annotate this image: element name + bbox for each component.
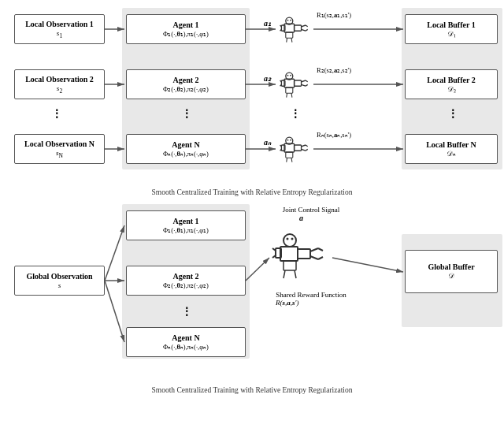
joint-signal-label: Joint Control Signal [272,206,350,214]
svg-line-32 [302,145,306,147]
bottom-agent-1-sub: Φ₁(·,θ₁),π₁(·,φ₁) [163,226,209,235]
svg-line-60 [318,257,323,259]
global-buffer-title: Global Buffer [428,262,474,272]
top-agent-1-title: Agent 1 [172,20,198,30]
svg-line-59 [318,248,323,251]
svg-rect-21 [281,80,285,86]
svg-line-18 [302,84,306,86]
top-agent-2: Agent 2 Φ₂(·,θ₂),π₂(·,φ₂) [126,69,246,99]
svg-point-67 [284,234,296,247]
robot-N-icon [277,131,313,166]
svg-rect-9 [286,32,293,38]
local-obs-N-title: Local Observation N [24,139,94,149]
svg-point-43 [287,140,289,141]
local-buffer-1-title: Local Buffer 1 [427,20,475,30]
local-buffer-1: Local Buffer 1 𝒟₁ [405,14,498,44]
robot-2-icon [277,66,313,102]
local-obs-1-title: Local Observation 1 [25,19,94,29]
robot-1-icon [277,11,313,47]
local-buffer-2: Local Buffer 2 𝒟₂ [405,69,498,99]
svg-rect-1 [295,25,302,31]
bottom-agent-2-sub: Φ₂(·,θ₂),π₂(·,φ₂) [163,281,209,290]
obs-dots: ⋮ [51,107,62,121]
svg-rect-56 [298,249,310,259]
svg-line-41 [291,158,292,162]
shared-reward-formula: R(s,a,s') [276,299,298,307]
reward-2-label: R₂(s₂,a₂,s₂') [317,66,351,74]
local-obs-N-sub: sN [56,149,63,160]
local-buffer-2-title: Local Buffer 2 [427,75,475,85]
top-agent-N-title: Agent N [172,140,199,150]
robot-global-icon [269,223,332,286]
bottom-agent-1: Agent 1 Φ₁(·,θ₁),π₁(·,φ₁) [126,210,246,240]
svg-line-58 [310,256,318,259]
robot-dots-top: ⋮ [290,107,301,121]
svg-line-35 [306,149,308,151]
global-buffer-sub: 𝒟 [448,272,454,281]
svg-line-25 [287,93,287,97]
action-2-label: a₂ [264,74,271,83]
svg-rect-31 [295,145,302,151]
local-buffer-N: Local Buffer N 𝒟ₙ [405,134,498,164]
svg-line-57 [310,248,318,251]
bottom-agent-2: Agent 2 Φ₂(·,θ₂),π₂(·,φ₂) [126,266,246,296]
action-1-label: a₁ [264,19,271,28]
global-obs-sub: s [58,281,61,291]
bottom-diagram: Global Observation s Agent 1 Φ₁(·,θ₁),π₁… [8,203,496,396]
buffer-dots-top: ⋮ [447,107,458,121]
bottom-agent-N: Agent N Φₙ(·,θₙ),πₙ(·,φₙ) [126,327,246,357]
top-agent-N-sub: Φₙ(·,θₙ),πₙ(·,φₙ) [163,150,209,158]
svg-point-14 [290,20,291,21]
top-caption: Smooth Centralized Training with Relativ… [8,188,496,196]
svg-line-2 [302,25,306,27]
local-obs-2-title: Local Observation 2 [25,74,94,84]
svg-line-33 [302,149,306,151]
reward-1-label: R₁(s₂,a₁,s₁') [317,11,351,19]
top-agent-1-sub: Φ₁(·,θ₁),π₁(·,φ₁) [163,30,209,39]
svg-line-34 [306,145,308,147]
svg-line-75 [332,258,403,272]
top-agent-1: Agent 1 Φ₁(·,θ₁),π₁(·,φ₁) [126,14,246,44]
svg-line-26 [291,93,292,97]
svg-line-20 [306,84,308,86]
svg-point-29 [290,75,291,76]
svg-rect-6 [281,25,285,31]
svg-line-10 [287,38,287,42]
top-agent-N: Agent N Φₙ(·,θₙ),πₙ(·,φₙ) [126,134,246,164]
local-buffer-N-sub: 𝒟ₙ [447,150,456,159]
local-buffer-N-title: Local Buffer N [426,140,476,150]
local-obs-1: Local Observation 1 s1 [14,14,105,44]
svg-point-28 [287,75,289,76]
global-buffer: Global Buffer 𝒟 [405,250,498,293]
svg-rect-24 [286,87,293,93]
svg-point-13 [287,20,289,21]
svg-line-66 [295,270,296,278]
local-obs-N: Local Observation N sN [14,134,105,164]
svg-rect-36 [281,145,285,151]
svg-point-68 [287,238,289,240]
local-buffer-1-sub: 𝒟₁ [447,30,456,39]
svg-line-65 [284,270,285,278]
local-obs-1-sub: s1 [57,29,62,40]
svg-rect-15 [284,79,295,87]
global-obs: Global Observation s [14,266,105,296]
bottom-caption: Smooth Centralized Training with Relativ… [8,386,496,394]
joint-action-label: a [299,214,303,222]
svg-line-17 [302,80,306,82]
svg-line-19 [306,80,308,82]
svg-rect-64 [284,261,296,270]
agent-dots-bottom: ⋮ [181,305,192,318]
top-agent-2-title: Agent 2 [172,75,198,85]
bottom-agent-N-title: Agent N [172,333,199,343]
svg-line-11 [291,38,292,42]
local-obs-2-sub: s2 [57,84,62,95]
svg-rect-39 [286,152,293,158]
svg-rect-0 [284,24,295,32]
shared-reward-label: Shared Reward Function [272,291,350,299]
svg-rect-30 [284,143,295,152]
svg-line-40 [287,158,287,162]
reward-N-label: Rₙ(sₙ,aₙ,sₙ') [317,131,351,139]
action-N-label: aₙ [264,138,271,147]
svg-rect-16 [295,80,302,86]
svg-line-5 [306,29,308,31]
